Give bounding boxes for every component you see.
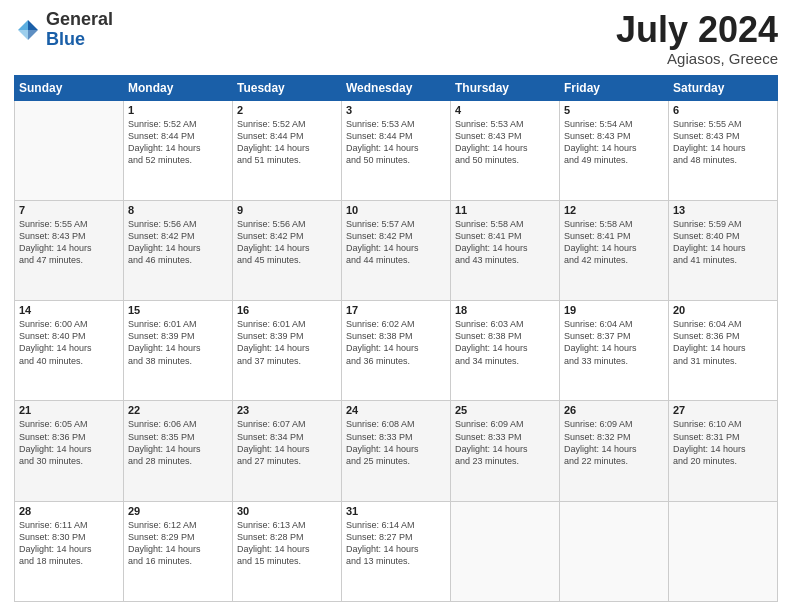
day-info: Sunrise: 6:04 AM Sunset: 8:36 PM Dayligh… — [673, 318, 773, 367]
day-number: 6 — [673, 104, 773, 116]
table-row: 13Sunrise: 5:59 AM Sunset: 8:40 PM Dayli… — [669, 200, 778, 300]
table-row: 10Sunrise: 5:57 AM Sunset: 8:42 PM Dayli… — [342, 200, 451, 300]
day-info: Sunrise: 6:07 AM Sunset: 8:34 PM Dayligh… — [237, 418, 337, 467]
day-number: 18 — [455, 304, 555, 316]
day-info: Sunrise: 6:01 AM Sunset: 8:39 PM Dayligh… — [237, 318, 337, 367]
day-number: 2 — [237, 104, 337, 116]
day-info: Sunrise: 5:53 AM Sunset: 8:43 PM Dayligh… — [455, 118, 555, 167]
page: General Blue July 2024 Agiasos, Greece S… — [0, 0, 792, 612]
title-location: Agiasos, Greece — [616, 50, 778, 67]
day-info: Sunrise: 5:55 AM Sunset: 8:43 PM Dayligh… — [673, 118, 773, 167]
day-number: 19 — [564, 304, 664, 316]
svg-marker-3 — [28, 30, 38, 40]
table-row: 16Sunrise: 6:01 AM Sunset: 8:39 PM Dayli… — [233, 301, 342, 401]
table-row: 17Sunrise: 6:02 AM Sunset: 8:38 PM Dayli… — [342, 301, 451, 401]
logo-blue: Blue — [46, 30, 113, 50]
header-thursday: Thursday — [451, 75, 560, 100]
header-sunday: Sunday — [15, 75, 124, 100]
table-row — [451, 501, 560, 601]
table-row — [15, 100, 124, 200]
table-row: 22Sunrise: 6:06 AM Sunset: 8:35 PM Dayli… — [124, 401, 233, 501]
calendar-week-4: 21Sunrise: 6:05 AM Sunset: 8:36 PM Dayli… — [15, 401, 778, 501]
table-row: 14Sunrise: 6:00 AM Sunset: 8:40 PM Dayli… — [15, 301, 124, 401]
logo-text: General Blue — [46, 10, 113, 50]
calendar-table: Sunday Monday Tuesday Wednesday Thursday… — [14, 75, 778, 602]
day-info: Sunrise: 6:02 AM Sunset: 8:38 PM Dayligh… — [346, 318, 446, 367]
day-info: Sunrise: 5:55 AM Sunset: 8:43 PM Dayligh… — [19, 218, 119, 267]
day-number: 3 — [346, 104, 446, 116]
table-row: 2Sunrise: 5:52 AM Sunset: 8:44 PM Daylig… — [233, 100, 342, 200]
table-row: 30Sunrise: 6:13 AM Sunset: 8:28 PM Dayli… — [233, 501, 342, 601]
day-number: 24 — [346, 404, 446, 416]
table-row: 1Sunrise: 5:52 AM Sunset: 8:44 PM Daylig… — [124, 100, 233, 200]
table-row: 23Sunrise: 6:07 AM Sunset: 8:34 PM Dayli… — [233, 401, 342, 501]
day-info: Sunrise: 6:03 AM Sunset: 8:38 PM Dayligh… — [455, 318, 555, 367]
table-row: 24Sunrise: 6:08 AM Sunset: 8:33 PM Dayli… — [342, 401, 451, 501]
day-info: Sunrise: 6:04 AM Sunset: 8:37 PM Dayligh… — [564, 318, 664, 367]
day-number: 11 — [455, 204, 555, 216]
day-info: Sunrise: 5:59 AM Sunset: 8:40 PM Dayligh… — [673, 218, 773, 267]
day-number: 28 — [19, 505, 119, 517]
day-info: Sunrise: 5:52 AM Sunset: 8:44 PM Dayligh… — [128, 118, 228, 167]
table-row: 26Sunrise: 6:09 AM Sunset: 8:32 PM Dayli… — [560, 401, 669, 501]
table-row: 25Sunrise: 6:09 AM Sunset: 8:33 PM Dayli… — [451, 401, 560, 501]
title-block: July 2024 Agiasos, Greece — [616, 10, 778, 67]
calendar-week-3: 14Sunrise: 6:00 AM Sunset: 8:40 PM Dayli… — [15, 301, 778, 401]
day-info: Sunrise: 6:10 AM Sunset: 8:31 PM Dayligh… — [673, 418, 773, 467]
day-number: 15 — [128, 304, 228, 316]
day-number: 23 — [237, 404, 337, 416]
day-number: 31 — [346, 505, 446, 517]
day-number: 1 — [128, 104, 228, 116]
table-row: 12Sunrise: 5:58 AM Sunset: 8:41 PM Dayli… — [560, 200, 669, 300]
day-number: 29 — [128, 505, 228, 517]
day-info: Sunrise: 6:01 AM Sunset: 8:39 PM Dayligh… — [128, 318, 228, 367]
header-tuesday: Tuesday — [233, 75, 342, 100]
day-number: 13 — [673, 204, 773, 216]
svg-marker-0 — [28, 20, 38, 30]
day-info: Sunrise: 5:58 AM Sunset: 8:41 PM Dayligh… — [455, 218, 555, 267]
day-info: Sunrise: 6:09 AM Sunset: 8:32 PM Dayligh… — [564, 418, 664, 467]
calendar-week-5: 28Sunrise: 6:11 AM Sunset: 8:30 PM Dayli… — [15, 501, 778, 601]
day-info: Sunrise: 5:56 AM Sunset: 8:42 PM Dayligh… — [128, 218, 228, 267]
svg-marker-2 — [18, 30, 28, 40]
day-number: 8 — [128, 204, 228, 216]
table-row: 19Sunrise: 6:04 AM Sunset: 8:37 PM Dayli… — [560, 301, 669, 401]
day-number: 14 — [19, 304, 119, 316]
table-row: 21Sunrise: 6:05 AM Sunset: 8:36 PM Dayli… — [15, 401, 124, 501]
header-wednesday: Wednesday — [342, 75, 451, 100]
logo-icon — [14, 16, 42, 44]
day-info: Sunrise: 6:09 AM Sunset: 8:33 PM Dayligh… — [455, 418, 555, 467]
day-number: 22 — [128, 404, 228, 416]
day-number: 17 — [346, 304, 446, 316]
day-number: 16 — [237, 304, 337, 316]
day-info: Sunrise: 6:00 AM Sunset: 8:40 PM Dayligh… — [19, 318, 119, 367]
day-info: Sunrise: 5:57 AM Sunset: 8:42 PM Dayligh… — [346, 218, 446, 267]
table-row — [669, 501, 778, 601]
day-number: 26 — [564, 404, 664, 416]
day-number: 21 — [19, 404, 119, 416]
day-number: 7 — [19, 204, 119, 216]
table-row — [560, 501, 669, 601]
table-row: 28Sunrise: 6:11 AM Sunset: 8:30 PM Dayli… — [15, 501, 124, 601]
table-row: 9Sunrise: 5:56 AM Sunset: 8:42 PM Daylig… — [233, 200, 342, 300]
day-info: Sunrise: 6:12 AM Sunset: 8:29 PM Dayligh… — [128, 519, 228, 568]
day-number: 25 — [455, 404, 555, 416]
table-row: 15Sunrise: 6:01 AM Sunset: 8:39 PM Dayli… — [124, 301, 233, 401]
day-info: Sunrise: 5:56 AM Sunset: 8:42 PM Dayligh… — [237, 218, 337, 267]
table-row: 18Sunrise: 6:03 AM Sunset: 8:38 PM Dayli… — [451, 301, 560, 401]
day-number: 27 — [673, 404, 773, 416]
day-info: Sunrise: 6:05 AM Sunset: 8:36 PM Dayligh… — [19, 418, 119, 467]
title-month: July 2024 — [616, 10, 778, 50]
day-number: 9 — [237, 204, 337, 216]
table-row: 31Sunrise: 6:14 AM Sunset: 8:27 PM Dayli… — [342, 501, 451, 601]
table-row: 8Sunrise: 5:56 AM Sunset: 8:42 PM Daylig… — [124, 200, 233, 300]
table-row: 20Sunrise: 6:04 AM Sunset: 8:36 PM Dayli… — [669, 301, 778, 401]
day-info: Sunrise: 5:54 AM Sunset: 8:43 PM Dayligh… — [564, 118, 664, 167]
table-row: 6Sunrise: 5:55 AM Sunset: 8:43 PM Daylig… — [669, 100, 778, 200]
header-monday: Monday — [124, 75, 233, 100]
table-row: 29Sunrise: 6:12 AM Sunset: 8:29 PM Dayli… — [124, 501, 233, 601]
header: General Blue July 2024 Agiasos, Greece — [14, 10, 778, 67]
calendar-week-2: 7Sunrise: 5:55 AM Sunset: 8:43 PM Daylig… — [15, 200, 778, 300]
day-number: 5 — [564, 104, 664, 116]
day-info: Sunrise: 6:08 AM Sunset: 8:33 PM Dayligh… — [346, 418, 446, 467]
